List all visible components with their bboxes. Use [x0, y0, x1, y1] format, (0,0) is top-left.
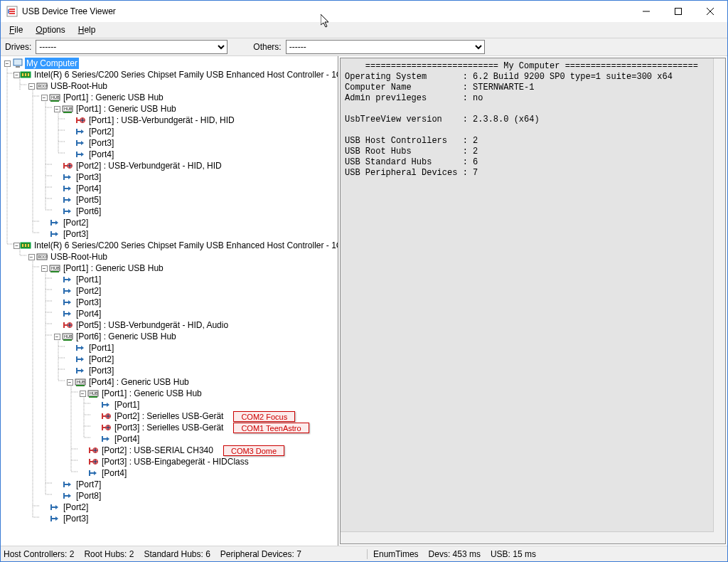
tree-label[interactable]: [Port3] [75, 171, 102, 183]
tree-label[interactable]: [Port2] : USB-SERIAL CH340 [100, 445, 215, 456]
tree-toggle-icon[interactable]: − [77, 388, 87, 398]
tree-label[interactable]: [Port2] [62, 502, 90, 513]
tree-row[interactable]: [Port6] [1, 206, 338, 217]
horizontal-scrollbar[interactable] [341, 531, 714, 544]
device-icon [62, 160, 73, 171]
tree-row[interactable]: −My Computer [1, 58, 338, 69]
tree-label[interactable]: USB-Root-Hub [49, 80, 109, 92]
tree-label[interactable]: [Port7] [75, 479, 102, 490]
tree-label[interactable]: [Port4] [100, 467, 128, 479]
tree-toggle-icon[interactable]: − [26, 252, 36, 262]
device-icon [62, 319, 73, 331]
tree-label[interactable]: Intel(R) 6 Series/C200 Series Chipset Fa… [33, 69, 338, 80]
device-icon [75, 115, 86, 126]
tree-toggle-icon[interactable]: − [14, 240, 20, 250]
tree-row[interactable]: [Port2] [1, 502, 338, 513]
tree-toggle-icon [52, 320, 62, 330]
tree-label[interactable]: [Port3] : USB-Eingabegerät - HIDClass [100, 456, 250, 467]
tree-toggle-icon[interactable]: − [26, 81, 36, 91]
tree-row[interactable]: [Port2] [1, 217, 338, 228]
tree-row[interactable]: −Intel(R) 6 Series/C200 Series Chipset F… [1, 69, 338, 80]
tree-label[interactable]: [Port2] [87, 354, 115, 365]
tree-toggle-icon [65, 366, 75, 376]
tree-label[interactable]: [Port6] : Generic USB Hub [75, 331, 178, 342]
tree-label[interactable]: [Port8] [75, 490, 102, 502]
device-icon [100, 422, 112, 433]
maximize-button[interactable] [662, 1, 694, 22]
computer-icon [12, 58, 23, 69]
tree-label[interactable]: [Port1] : Generic USB Hub [62, 92, 165, 103]
tree-label[interactable]: [Port3] : Serielles USB-Gerät [113, 422, 225, 433]
tree-label[interactable]: [Port1] : USB-Verbundgerät - HID, HID [87, 115, 236, 126]
tree-label[interactable]: [Port2] [62, 217, 90, 228]
tree-label[interactable]: [Port5] : USB-Verbundgerät - HID, Audio [75, 319, 230, 331]
tree-label[interactable]: [Port4] [87, 149, 115, 160]
svg-text:HUB: HUB [51, 266, 60, 270]
tree-label[interactable]: [Port3] [87, 137, 115, 149]
tree-label[interactable]: [Port3] [62, 513, 90, 524]
tree-toggle-icon [52, 172, 62, 182]
tree-row[interactable]: [Port3] [1, 513, 338, 524]
tree-toggle-icon[interactable]: − [52, 332, 62, 341]
vertical-scrollbar[interactable] [713, 58, 725, 544]
device-icon [87, 445, 99, 456]
tree-label[interactable]: [Port3] [62, 228, 90, 240]
tree-label[interactable]: [Port3] [75, 297, 102, 308]
info-text: ========================== My Computer =… [341, 58, 725, 181]
tree-row[interactable]: −ROOTUSB-Root-Hub [1, 251, 338, 263]
tree-toggle-icon [39, 514, 49, 524]
tree-label[interactable]: My Computer [25, 58, 79, 69]
tree-label[interactable]: [Port2] [87, 126, 115, 137]
tree-label[interactable]: [Port3] [87, 365, 115, 376]
device-icon [100, 410, 112, 422]
tree-label[interactable]: [Port4] [75, 308, 102, 319]
tree-toggle-icon [90, 400, 100, 410]
tree-label[interactable]: [Port1] [113, 399, 141, 410]
tree-label[interactable]: [Port1] [75, 274, 102, 285]
others-select[interactable]: ------ [286, 40, 485, 54]
tree-toggle-icon [52, 491, 62, 501]
tree-label[interactable]: [Port4] : Generic USB Hub [87, 376, 191, 388]
port-icon [75, 342, 86, 354]
tree-toggle-icon[interactable]: − [39, 92, 49, 102]
tree-label[interactable]: [Port2] : USB-Verbundgerät - HID, HID [75, 160, 223, 171]
menu-file[interactable]: File [4, 23, 28, 36]
tree-row[interactable]: −Intel(R) 6 Series/C200 Series Chipset F… [1, 240, 338, 251]
tree-label[interactable]: [Port2] : Serielles USB-Gerät [113, 410, 225, 422]
tree-label[interactable]: [Port5] [75, 194, 102, 206]
close-button[interactable] [694, 1, 726, 22]
tree-row[interactable]: [Port3] [1, 228, 338, 240]
tree-label[interactable]: [Port6] [75, 206, 102, 217]
tree-toggle-icon[interactable]: − [14, 70, 20, 80]
tree-row[interactable]: −ROOTUSB-Root-Hub [1, 80, 338, 92]
tree-label[interactable]: [Port4] [75, 183, 102, 194]
drives-select[interactable]: ------ [36, 40, 228, 54]
tree-row[interactable]: [Port8] [1, 490, 338, 502]
tree-toggle-icon [90, 411, 100, 421]
tree-label[interactable]: [Port1] : Generic USB Hub [75, 103, 178, 115]
status-enum: EnumTimes [373, 549, 419, 559]
info-pane[interactable]: ========================== My Computer =… [340, 58, 726, 544]
tree-label[interactable]: Intel(R) 6 Series/C200 Series Chipset Fa… [33, 240, 338, 251]
tree-toggle-icon [52, 206, 62, 216]
tree-toggle-icon[interactable]: − [2, 58, 12, 68]
tree-label[interactable]: [Port1] : Generic USB Hub [100, 388, 203, 399]
tree-toggle-icon [90, 434, 100, 444]
tree-toggle-icon[interactable]: − [52, 104, 62, 114]
tree-pane[interactable]: −My Computer−Intel(R) 6 Series/C200 Seri… [1, 56, 338, 546]
tree-toggle-icon [52, 184, 62, 193]
port-icon [62, 285, 73, 297]
tree-toggle-icon[interactable]: − [65, 377, 75, 387]
menu-options[interactable]: Options [30, 23, 70, 36]
menu-help[interactable]: Help [73, 23, 102, 36]
tree-toggle-icon [52, 297, 62, 307]
tree-label[interactable]: [Port1] [87, 342, 115, 354]
tree-toggle-icon[interactable]: − [39, 263, 49, 273]
minimize-button[interactable] [630, 1, 662, 22]
tree-label[interactable]: [Port2] [75, 285, 102, 297]
tree-label[interactable]: USB-Root-Hub [49, 251, 109, 263]
tree-label[interactable]: [Port4] [113, 433, 141, 445]
tree-toggle-icon [52, 309, 62, 319]
port-icon [62, 297, 73, 308]
tree-label[interactable]: [Port1] : Generic USB Hub [62, 263, 165, 274]
